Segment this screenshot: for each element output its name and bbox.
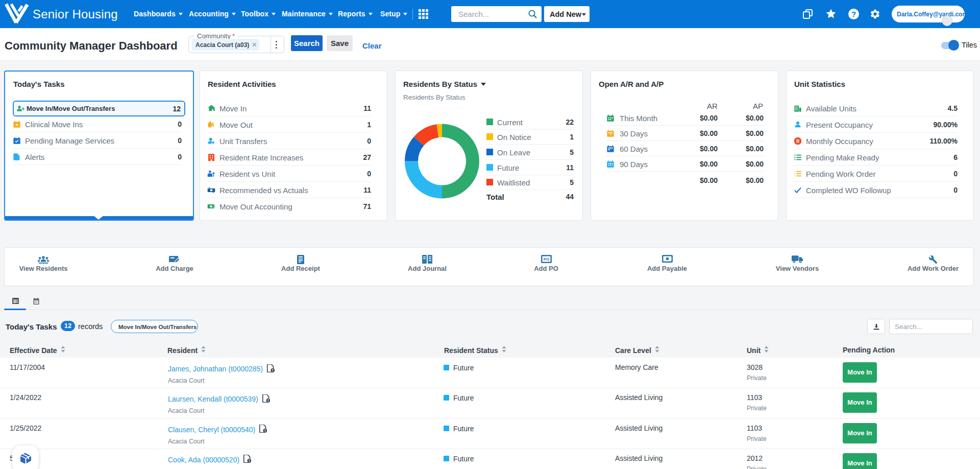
- svg-text:PO: PO: [543, 257, 549, 262]
